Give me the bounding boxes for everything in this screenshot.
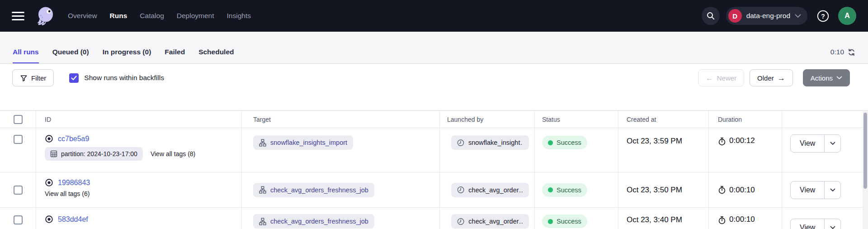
schedule-clock-icon xyxy=(457,186,464,194)
show-backfills-label[interactable]: Show runs within backfills xyxy=(84,74,164,82)
vertical-scrollbar-track[interactable] xyxy=(863,111,868,229)
success-dot-icon xyxy=(548,219,553,224)
created-at-cell: Oct 23, 3:40 PM xyxy=(618,208,709,229)
column-header-created-at: Created at xyxy=(618,111,709,128)
status-label: Success xyxy=(557,139,581,146)
header-checkbox-cell xyxy=(0,111,36,128)
toolbar-right: ← Newer Older → Actions xyxy=(698,69,850,86)
launched-by-cell: snowflake_insight… xyxy=(440,128,535,172)
launched-by-pill[interactable]: check_avg_order… xyxy=(451,214,529,229)
filter-button[interactable]: Filter xyxy=(12,69,54,86)
run-status-icon xyxy=(45,215,53,224)
workspace-name: data-eng-prod xyxy=(746,12,790,20)
runs-toolbar: Filter Show runs within backfills ← Newe… xyxy=(0,64,868,110)
view-dropdown-button[interactable] xyxy=(824,219,840,229)
target-label: check_avg_orders_freshness_job xyxy=(270,218,368,225)
select-all-checkbox[interactable] xyxy=(14,115,23,124)
actions-button-label: Actions xyxy=(811,74,833,82)
tab-queued[interactable]: Queued (0) xyxy=(52,48,89,63)
launched-by-pill[interactable]: check_avg_order… xyxy=(451,183,529,197)
vertical-scrollbar-thumb[interactable] xyxy=(863,113,867,189)
dagster-octopus-logo[interactable] xyxy=(35,6,55,26)
status-badge[interactable]: Success xyxy=(542,136,587,149)
tab-failed[interactable]: Failed xyxy=(165,48,185,63)
chevron-down-icon xyxy=(830,142,835,145)
status-cell: Success xyxy=(535,128,618,172)
view-all-tags-link[interactable]: View all tags (8) xyxy=(151,150,195,157)
success-dot-icon xyxy=(548,140,553,145)
newer-button[interactable]: ← Newer xyxy=(698,69,744,86)
older-button[interactable]: Older → xyxy=(750,69,793,86)
launched-by-cell: check_avg_order… xyxy=(440,172,535,208)
tab-scheduled[interactable]: Scheduled xyxy=(198,48,234,63)
job-graph-icon xyxy=(259,218,266,225)
stopwatch-icon xyxy=(718,216,726,224)
nav-item-overview[interactable]: Overview xyxy=(68,12,97,20)
duration-cell: 0:00:10 xyxy=(709,172,782,208)
workspace-switcher[interactable]: D data-eng-prod xyxy=(726,7,807,25)
hamburger-menu-icon[interactable] xyxy=(12,12,24,20)
target-label: snowflake_insights_import xyxy=(270,139,347,146)
row-checkbox[interactable] xyxy=(14,135,23,144)
refresh-icon[interactable] xyxy=(848,48,855,56)
view-dropdown-button[interactable] xyxy=(824,181,840,199)
status-badge[interactable]: Success xyxy=(542,183,587,197)
success-dot-icon xyxy=(548,187,553,192)
target-pill[interactable]: check_avg_orders_freshness_job xyxy=(253,183,374,197)
view-all-tags-link[interactable]: View all tags (6) xyxy=(45,190,90,197)
view-button[interactable]: View xyxy=(791,181,824,199)
run-row: cc7be5a9 partition: 2024-10-23-17:00 Vie… xyxy=(0,128,868,172)
user-avatar[interactable]: A xyxy=(838,7,856,25)
duration-value: 0:00:10 xyxy=(729,215,755,224)
target-pill[interactable]: snowflake_insights_import xyxy=(253,135,353,150)
column-header-launched-by: Launched by xyxy=(440,111,535,128)
column-header-duration: Duration xyxy=(709,111,782,128)
actions-button[interactable]: Actions xyxy=(803,69,850,86)
view-cell: View xyxy=(782,128,868,172)
launched-by-cell: check_avg_order… xyxy=(440,208,535,229)
created-at-cell: Oct 23, 3:59 PM xyxy=(618,128,709,172)
chevron-down-icon xyxy=(795,14,801,18)
column-header-status: Status xyxy=(535,111,618,128)
target-label: check_avg_orders_freshness_job xyxy=(270,186,368,194)
status-badge[interactable]: Success xyxy=(542,215,587,228)
row-checkbox-cell xyxy=(0,208,36,229)
partition-tag[interactable]: partition: 2024-10-23-17:00 xyxy=(45,147,143,161)
row-checkbox[interactable] xyxy=(14,215,23,224)
view-dropdown-button[interactable] xyxy=(824,135,840,152)
row-checkbox[interactable] xyxy=(14,186,23,195)
run-id-cell: cc7be5a9 partition: 2024-10-23-17:00 Vie… xyxy=(36,128,242,172)
view-split-button: View xyxy=(790,181,841,199)
tab-all-runs[interactable]: All runs xyxy=(13,48,39,63)
run-row: 19986843 View all tags (6) check_avg_ord… xyxy=(0,172,868,208)
run-id-link[interactable]: 583dd4ef xyxy=(58,215,88,224)
nav-item-deployment[interactable]: Deployment xyxy=(177,12,214,20)
column-header-target: Target xyxy=(242,111,440,128)
newer-button-label: Newer xyxy=(717,74,736,82)
launched-by-label: check_avg_order… xyxy=(468,218,523,225)
svg-text:?: ? xyxy=(821,12,825,19)
show-backfills-checkbox[interactable] xyxy=(69,73,79,83)
workspace-badge: D xyxy=(728,9,742,23)
view-button[interactable]: View xyxy=(791,219,824,229)
search-icon xyxy=(706,11,715,20)
tabs: All runs Queued (0) In progress (0) Fail… xyxy=(13,48,234,63)
table-header-row: ID Target Launched by Status Created at … xyxy=(0,111,868,128)
run-id-cell: 19986843 View all tags (6) xyxy=(36,172,242,208)
search-button[interactable] xyxy=(702,7,720,25)
nav-item-runs[interactable]: Runs xyxy=(110,12,127,20)
launched-by-pill[interactable]: snowflake_insight… xyxy=(451,135,529,150)
target-pill[interactable]: check_avg_orders_freshness_job xyxy=(253,214,374,229)
view-button[interactable]: View xyxy=(791,135,824,152)
run-row: 583dd4ef check_avg_orders_freshness_job xyxy=(0,208,868,229)
duration-value: 0:00:12 xyxy=(729,136,755,145)
help-button[interactable]: ? xyxy=(814,7,832,25)
run-status-icon xyxy=(45,178,53,187)
row-checkbox-cell xyxy=(0,172,36,208)
status-label: Success xyxy=(557,186,581,194)
run-id-link[interactable]: cc7be5a9 xyxy=(58,135,89,143)
tab-in-progress[interactable]: In progress (0) xyxy=(103,48,151,63)
nav-item-insights[interactable]: Insights xyxy=(227,12,251,20)
run-id-link[interactable]: 19986843 xyxy=(58,179,90,187)
nav-item-catalog[interactable]: Catalog xyxy=(140,12,164,20)
